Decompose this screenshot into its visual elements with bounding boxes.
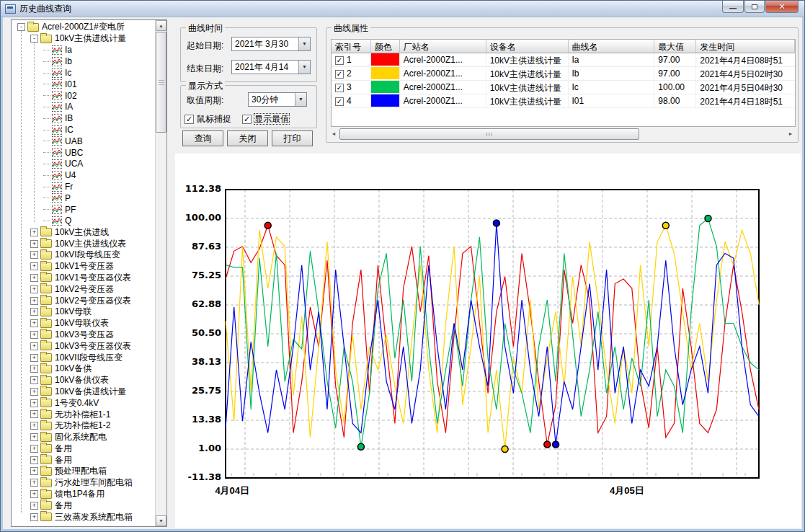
expand-toggle-icon[interactable]: + bbox=[30, 422, 38, 430]
tree-item[interactable]: +备用 bbox=[12, 443, 154, 454]
tree-item[interactable]: +10kV3号变压器仪表 bbox=[12, 340, 154, 352]
end-date-combo[interactable]: 2021年 4月14 ▼ bbox=[231, 60, 311, 74]
tree-item[interactable]: Q bbox=[12, 216, 154, 227]
expand-toggle-icon[interactable]: - bbox=[30, 35, 38, 43]
expand-toggle-icon[interactable]: + bbox=[30, 502, 38, 510]
dropdown-arrow-icon[interactable]: ▼ bbox=[298, 37, 310, 50]
tree-scroll-thumb[interactable] bbox=[156, 32, 166, 133]
dropdown-arrow-icon[interactable]: ▼ bbox=[298, 61, 310, 74]
tree-item[interactable]: +10kV1号变压器仪表 bbox=[12, 272, 154, 284]
titlebar[interactable]: 历史曲线查询 — ✕ bbox=[1, 1, 804, 17]
tree-item[interactable]: +污水处理车间配电箱 bbox=[12, 477, 154, 489]
tree-item[interactable]: +10kV主供进线仪表 bbox=[12, 238, 154, 249]
query-button[interactable]: 查询 bbox=[182, 130, 223, 146]
row-checkbox[interactable]: ✓ bbox=[335, 56, 344, 65]
tree-item[interactable]: I01 bbox=[12, 79, 154, 90]
expand-toggle-icon[interactable]: + bbox=[30, 490, 38, 498]
expand-toggle-icon[interactable]: + bbox=[30, 376, 38, 384]
expand-toggle-icon[interactable]: + bbox=[30, 410, 38, 418]
tree-item[interactable]: +10kV母联仪表 bbox=[12, 318, 154, 329]
tree-item[interactable]: +10kVII段母线压变 bbox=[12, 352, 154, 363]
column-header[interactable]: 设备名 bbox=[486, 40, 569, 53]
history-curve-chart[interactable] bbox=[175, 154, 801, 528]
restore-button[interactable] bbox=[744, 1, 765, 13]
table-row[interactable]: ✓3Acrel-2000Z1...10kV主供进线计量Ic100.002021年… bbox=[332, 81, 795, 94]
tree-item[interactable]: Ic bbox=[12, 67, 154, 79]
minimize-button[interactable]: — bbox=[722, 1, 744, 13]
tree-item[interactable]: IC bbox=[12, 124, 154, 136]
dropdown-arrow-icon[interactable]: ▼ bbox=[295, 93, 306, 106]
tree-item[interactable]: +10kVI段母线压变 bbox=[12, 249, 154, 261]
period-combo[interactable]: 30分钟 ▼ bbox=[248, 92, 307, 107]
tree-item[interactable]: +固化系统配电 bbox=[12, 432, 154, 443]
row-checkbox[interactable]: ✓ bbox=[335, 84, 344, 92]
tree-item[interactable]: +10kV备供进线计量 bbox=[12, 386, 154, 398]
tree-item[interactable]: +10kV3号变压器 bbox=[12, 329, 154, 341]
tree-item[interactable]: IA bbox=[12, 102, 154, 113]
tree-item[interactable]: +10kV备供仪表 bbox=[12, 375, 154, 386]
tree-item[interactable]: +备用 bbox=[12, 500, 154, 511]
expand-toggle-icon[interactable]: + bbox=[30, 251, 38, 259]
tree-item[interactable]: UBC bbox=[12, 147, 154, 159]
expand-toggle-icon[interactable]: + bbox=[30, 365, 38, 373]
print-button[interactable]: 打印 bbox=[272, 130, 313, 146]
tree-item[interactable]: +备用 bbox=[12, 454, 154, 466]
expand-toggle-icon[interactable]: + bbox=[30, 262, 38, 270]
tree-scrollbar[interactable]: ▲ ▼ bbox=[155, 20, 166, 526]
table-hscrollbar[interactable]: ◄ III ► bbox=[328, 128, 796, 141]
tree-item[interactable]: UAB bbox=[12, 136, 154, 147]
tree-item[interactable]: IB bbox=[12, 112, 154, 124]
tree-item[interactable]: PF bbox=[12, 204, 154, 216]
tree-item[interactable]: U4 bbox=[12, 169, 154, 181]
expand-toggle-icon[interactable]: + bbox=[30, 331, 38, 339]
tree-item[interactable]: +三效蒸发系统配电箱 bbox=[12, 511, 154, 523]
expand-toggle-icon[interactable]: + bbox=[30, 399, 38, 407]
expand-toggle-icon[interactable]: + bbox=[30, 433, 38, 441]
expand-toggle-icon[interactable]: + bbox=[30, 297, 38, 305]
column-header[interactable]: 发生时间 bbox=[696, 40, 795, 53]
table-scroll-thumb[interactable]: III bbox=[339, 128, 639, 140]
close-button[interactable]: ✕ bbox=[765, 1, 799, 13]
expand-toggle-icon[interactable]: + bbox=[30, 513, 38, 521]
table-row[interactable]: ✓1Acrel-2000Z1...10kV主供进线计量Ia97.002021年4… bbox=[332, 53, 795, 67]
expand-toggle-icon[interactable]: + bbox=[30, 229, 38, 236]
tree-item[interactable]: -10kV主供进线计量 bbox=[12, 33, 154, 45]
expand-toggle-icon[interactable]: + bbox=[30, 285, 38, 293]
column-header[interactable]: 厂站名 bbox=[400, 40, 486, 53]
tree-item[interactable]: +10kV母联 bbox=[12, 306, 154, 318]
tree-item[interactable]: +10kV2号变压器仪表 bbox=[12, 295, 154, 306]
row-checkbox[interactable]: ✓ bbox=[335, 97, 344, 106]
table-row[interactable]: ✓2Acrel-2000Z1...10kV主供进线计量Ib97.002021年4… bbox=[332, 67, 795, 81]
tree-item[interactable]: UCA bbox=[12, 159, 154, 170]
close-dialog-button[interactable]: 关闭 bbox=[227, 130, 268, 146]
tree-item[interactable]: +无功补偿柜1-1 bbox=[12, 409, 154, 420]
expand-toggle-icon[interactable]: + bbox=[30, 308, 38, 316]
expand-toggle-icon[interactable]: + bbox=[30, 445, 38, 453]
tree-item[interactable]: Fr bbox=[12, 181, 154, 192]
expand-toggle-icon[interactable]: + bbox=[30, 240, 38, 248]
show-extremes-checkbox[interactable]: ✓ bbox=[242, 115, 252, 124]
scroll-right-icon[interactable]: ► bbox=[785, 128, 796, 141]
table-row[interactable]: ✓4Acrel-2000Z1...10kV主供进线计量I0198.002021年… bbox=[332, 94, 795, 108]
expand-toggle-icon[interactable]: - bbox=[17, 23, 25, 31]
tree-item[interactable]: Ia bbox=[12, 45, 154, 56]
tree-item[interactable]: P bbox=[12, 192, 154, 204]
tree-item[interactable]: +10kV备供 bbox=[12, 363, 154, 375]
row-checkbox[interactable]: ✓ bbox=[335, 70, 344, 79]
expand-toggle-icon[interactable]: + bbox=[30, 342, 38, 350]
scroll-left-icon[interactable]: ◄ bbox=[328, 128, 339, 141]
tree-item[interactable]: +1号变0.4kV bbox=[12, 397, 154, 409]
tree-item[interactable]: +无功补偿柜1-2 bbox=[12, 420, 154, 432]
column-header[interactable]: 最大值 bbox=[654, 40, 696, 53]
tree-item[interactable]: +预处理配电箱 bbox=[12, 466, 154, 477]
mouse-capture-checkbox[interactable]: ✓ bbox=[184, 115, 194, 124]
tree-item[interactable]: I02 bbox=[12, 90, 154, 102]
expand-toggle-icon[interactable]: + bbox=[30, 354, 38, 362]
expand-toggle-icon[interactable]: + bbox=[30, 388, 38, 396]
scroll-down-icon[interactable]: ▼ bbox=[156, 515, 166, 526]
tree-item[interactable]: +10kV主供进线 bbox=[12, 226, 154, 238]
tree-item[interactable]: -Acrel-2000Z1#变电所 bbox=[12, 22, 154, 33]
column-header[interactable]: 索引号 bbox=[332, 40, 371, 53]
expand-toggle-icon[interactable]: + bbox=[30, 274, 38, 282]
expand-toggle-icon[interactable]: + bbox=[30, 319, 38, 327]
